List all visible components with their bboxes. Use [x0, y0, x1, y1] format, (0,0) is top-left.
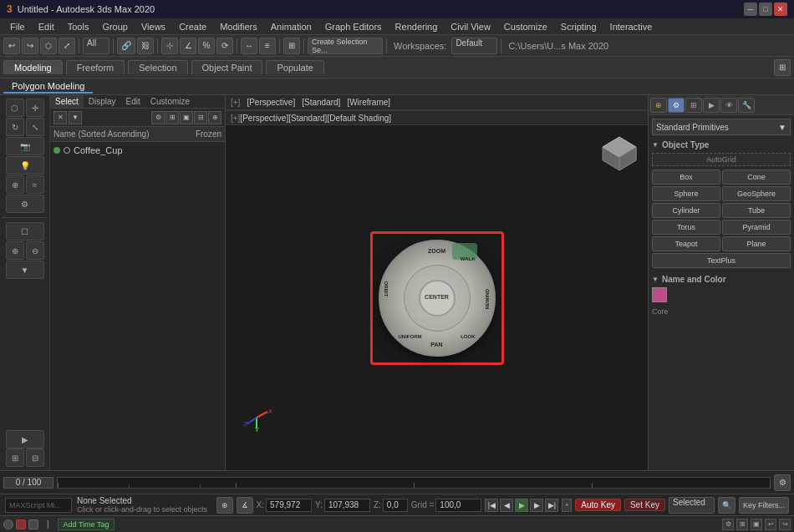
- selected-dropdown[interactable]: Selected: [669, 497, 715, 514]
- menu-scripting[interactable]: Scripting: [554, 20, 603, 33]
- sidebar-select-tool[interactable]: ⬡: [6, 99, 24, 117]
- scene-tab-select[interactable]: Select: [50, 95, 84, 108]
- tree-action5[interactable]: ⊕: [208, 111, 221, 124]
- primitive-torus[interactable]: Torus: [652, 220, 720, 235]
- sidebar-light-tool[interactable]: 💡: [6, 156, 44, 175]
- menu-tools[interactable]: Tools: [61, 20, 96, 33]
- sidebar-space-warp[interactable]: ≈: [26, 175, 44, 194]
- workspace-dropdown[interactable]: Default: [451, 38, 497, 54]
- navigation-wheel-container[interactable]: ZOOM REWIND PAN ORBIT WALK LOOK UNIFORM …: [370, 231, 504, 365]
- auto-key-button[interactable]: Auto Key: [575, 499, 621, 511]
- status-right-btn3[interactable]: ▣: [751, 519, 762, 530]
- next-frame-btn[interactable]: ▶: [530, 499, 543, 512]
- status-right-btn4[interactable]: ↩: [765, 519, 776, 530]
- menu-group[interactable]: Group: [95, 20, 135, 33]
- status-icon1[interactable]: [3, 519, 13, 529]
- primitive-pyramid[interactable]: Pyramid: [722, 220, 791, 235]
- primitive-teapot[interactable]: Teapot: [652, 236, 720, 251]
- tab-modeling[interactable]: Modeling: [3, 60, 63, 74]
- tab-object-paint[interactable]: Object Paint: [191, 60, 263, 74]
- status-right-btn5[interactable]: ↪: [779, 519, 791, 530]
- go-end-btn[interactable]: ▶|: [545, 499, 558, 512]
- select-button[interactable]: ⬡: [40, 38, 57, 54]
- snap-grid-btn[interactable]: ⊕: [216, 497, 233, 514]
- search-button[interactable]: 🔍: [718, 497, 735, 514]
- status-right-btn1[interactable]: ⚙: [722, 519, 734, 530]
- primitive-sphere[interactable]: Sphere: [652, 186, 720, 201]
- rp-tab-motion[interactable]: ▶: [703, 98, 720, 113]
- menu-edit[interactable]: Edit: [32, 20, 61, 33]
- tree-action3[interactable]: ▣: [180, 111, 193, 124]
- primitive-plane[interactable]: Plane: [722, 236, 791, 251]
- set-key-button[interactable]: Set Key: [624, 499, 665, 511]
- primitives-dropdown[interactable]: Standard Primitives ▼: [652, 119, 791, 135]
- tree-action4[interactable]: ⊟: [194, 111, 207, 124]
- sidebar-helper-tool[interactable]: ⊕: [6, 175, 24, 194]
- play-btn[interactable]: ▶: [515, 499, 528, 512]
- menu-interactive[interactable]: Interactive: [603, 20, 659, 33]
- primitive-geosphere[interactable]: GeoSphere: [722, 186, 791, 201]
- tree-filter-btn[interactable]: ▼: [69, 111, 82, 124]
- snap-button[interactable]: ⊹: [161, 38, 178, 54]
- menu-modifiers[interactable]: Modifiers: [213, 20, 264, 33]
- primitive-cone[interactable]: Cone: [722, 170, 791, 185]
- subtab-polygon-modeling[interactable]: Polygon Modeling: [3, 80, 93, 94]
- menu-views[interactable]: Views: [135, 20, 172, 33]
- menu-create[interactable]: Create: [172, 20, 213, 33]
- maximize-button[interactable]: □: [759, 3, 772, 16]
- sidebar-systems-tool[interactable]: ⚙: [6, 195, 44, 213]
- sidebar-zoom-in[interactable]: ⊕: [6, 241, 24, 260]
- minimize-button[interactable]: ─: [744, 3, 757, 16]
- sidebar-select-object[interactable]: ☐: [6, 222, 44, 241]
- status-icon2[interactable]: [16, 519, 26, 529]
- primitive-textplus[interactable]: TextPlus: [652, 253, 791, 268]
- menu-rendering[interactable]: Rendering: [389, 20, 445, 33]
- menu-graph-editors[interactable]: Graph Editors: [318, 20, 389, 33]
- sidebar-play-button[interactable]: ▶: [6, 430, 44, 448]
- rp-tab-utilities[interactable]: 🔧: [738, 98, 755, 113]
- snap-angle-btn[interactable]: ∡: [237, 497, 253, 514]
- scene-tab-display[interactable]: Display: [84, 95, 121, 108]
- status-icon3[interactable]: [28, 519, 38, 529]
- tab-freeform[interactable]: Freeform: [66, 60, 125, 74]
- scene-tab-customize[interactable]: Customize: [145, 95, 195, 108]
- rp-tab-display[interactable]: 👁: [720, 98, 737, 113]
- sidebar-rotate-tool[interactable]: ↻: [6, 118, 24, 136]
- primitive-tube[interactable]: Tube: [722, 203, 791, 218]
- plus-frame-btn[interactable]: +: [562, 499, 572, 512]
- layer-manager-button[interactable]: ⊞: [283, 38, 300, 54]
- primitive-box[interactable]: Box: [652, 170, 720, 185]
- create-selection-button[interactable]: Create Selection Se...: [308, 38, 383, 54]
- rp-tab-create[interactable]: ⊕: [650, 98, 667, 113]
- spinner-snap-button[interactable]: ⟳: [216, 38, 233, 54]
- rp-tab-hierarchy[interactable]: ⊞: [685, 98, 702, 113]
- main-viewport[interactable]: X Y Z ZOOM REWIND: [226, 125, 648, 470]
- menu-civil-view[interactable]: Civil View: [444, 20, 496, 33]
- timeline-options-btn[interactable]: ⚙: [774, 474, 791, 491]
- rp-tab-modify[interactable]: ⚙: [668, 98, 685, 113]
- prev-frame-btn[interactable]: ◀: [500, 499, 513, 512]
- sidebar-scale-tool[interactable]: ⤡: [26, 118, 44, 136]
- status-right-btn2[interactable]: ⊞: [736, 519, 748, 530]
- name-color-swatch[interactable]: [652, 287, 667, 302]
- add-time-tag-button[interactable]: Add Time Tag: [58, 519, 115, 530]
- move-button[interactable]: ⤢: [59, 38, 75, 54]
- angle-snap-button[interactable]: ∠: [180, 38, 196, 54]
- nav-center-button[interactable]: CENTER: [419, 280, 456, 317]
- viewport-toggle-button[interactable]: ⊞: [774, 59, 791, 76]
- tree-item-coffee-cup[interactable]: Coffee_Cup: [50, 142, 225, 159]
- link-button[interactable]: 🔗: [117, 38, 135, 54]
- unlink-button[interactable]: ⛓: [137, 38, 154, 54]
- sidebar-move-tool[interactable]: ✛: [26, 99, 44, 117]
- scene-tab-edit[interactable]: Edit: [121, 95, 145, 108]
- redo-button[interactable]: ↪: [22, 38, 38, 54]
- close-button[interactable]: ✕: [774, 3, 787, 16]
- tree-close-btn[interactable]: ✕: [53, 111, 67, 124]
- tree-action2[interactable]: ⊞: [165, 111, 179, 124]
- maxscript-input[interactable]: MAXScript Mi...: [5, 498, 72, 513]
- tree-action1[interactable]: ⚙: [151, 111, 165, 124]
- mirror-button[interactable]: ↔: [241, 38, 257, 54]
- menu-customize[interactable]: Customize: [497, 20, 554, 33]
- go-start-btn[interactable]: |◀: [485, 499, 498, 512]
- percent-snap-button[interactable]: %: [198, 38, 215, 54]
